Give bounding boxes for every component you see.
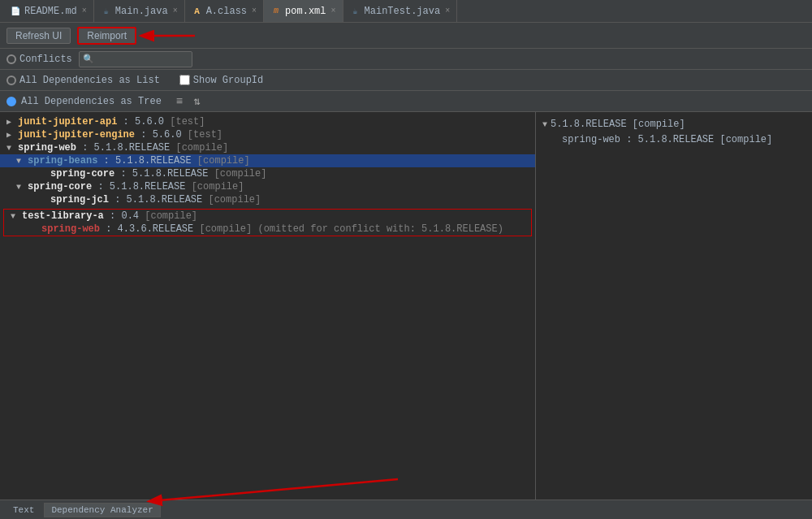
dep-name-spring-core-1: spring-core — [50, 168, 114, 179]
dep-scope-junit-jupiter-api: [test] — [170, 116, 205, 128]
dep-version-spring-web: : 5.1.8.RELEASE — [76, 142, 175, 154]
tree-item-spring-core-1[interactable]: spring-core : 5.1.8.RELEASE [compile] — [0, 167, 535, 180]
dep-version-spring-jcl: : 5.1.8.RELEASE — [109, 194, 208, 205]
xml-icon: m — [270, 6, 282, 17]
dep-name-spring-core-2: spring-core — [28, 181, 92, 192]
status-bar: Text Dependency Analyzer — [0, 500, 812, 519]
main-area: junit-jupiter-api : 5.6.0 [test] junit-j… — [0, 112, 812, 500]
search-input[interactable] — [97, 54, 188, 65]
status-tab-dependency-analyzer[interactable]: Dependency Analyzer — [44, 503, 160, 517]
expand-all-icon[interactable]: ⇅ — [191, 95, 204, 108]
dep-name-spring-web: spring-web — [18, 142, 76, 154]
dep-scope-spring-jcl: [compile] — [208, 194, 261, 205]
toggle-junit-jupiter-api[interactable] — [6, 117, 16, 127]
dep-version-spring-beans: : 5.1.8.RELEASE — [97, 155, 197, 167]
dep-name-spring-beans: spring-beans — [28, 155, 97, 167]
toggle-spring-core-2[interactable] — [16, 183, 26, 192]
tree-item-spring-jcl[interactable]: spring-jcl : 5.1.8.RELEASE [compile] — [0, 193, 535, 206]
tab-pom-xml[interactable]: m pom.xml × — [264, 0, 343, 22]
tab-readme-label: README.md — [24, 6, 77, 17]
toggle-spring-beans[interactable] — [16, 157, 26, 166]
java-icon-1: ☕ — [101, 6, 112, 17]
collapse-all-icon[interactable]: ≡ — [173, 95, 186, 108]
tree-item-spring-web[interactable]: spring-web : 5.1.8.RELEASE [compile] — [0, 141, 535, 154]
dep-name-junit-jupiter-api: junit-jupiter-api — [18, 116, 117, 128]
show-groupid-label[interactable]: Show GroupId — [179, 75, 263, 86]
tree-item-junit-jupiter-api[interactable]: junit-jupiter-api : 5.6.0 [test] — [0, 115, 535, 128]
toolbar: Refresh UI Reimport — [0, 23, 812, 49]
conflict-group-box: test-library-a : 0.4 [compile] spring-we… — [3, 209, 532, 236]
tab-pom-xml-label: pom.xml — [285, 6, 326, 17]
tab-main-java[interactable]: ☕ Main.java × — [94, 0, 185, 22]
toggle-test-library-a[interactable] — [11, 212, 20, 221]
all-deps-list-label[interactable]: All Dependencies as List — [6, 75, 160, 86]
right-pane-item[interactable]: spring-web : 5.1.8.RELEASE [compile] — [536, 133, 812, 146]
conflicts-text: Conflicts — [19, 54, 72, 65]
tree-item-spring-web-conflict[interactable]: spring-web : 4.3.6.RELEASE [compile] (om… — [4, 223, 531, 236]
show-groupid-checkbox[interactable] — [179, 75, 190, 85]
toggle-junit-jupiter-engine[interactable] — [6, 130, 16, 140]
search-box[interactable]: 🔍 — [79, 51, 192, 67]
all-deps-list-text: All Dependencies as List — [19, 75, 160, 86]
all-deps-tree-radio[interactable] — [6, 97, 16, 106]
options-row-tree: All Dependencies as Tree ≡ ⇅ — [0, 91, 812, 112]
dep-version-test-library-a: : 0.4 — [104, 210, 145, 222]
tab-readme-close[interactable]: × — [82, 6, 87, 15]
toggle-spring-web[interactable] — [6, 144, 16, 153]
dependency-detail-pane: ▼ 5.1.8.RELEASE [compile] spring-web : 5… — [536, 112, 812, 500]
tab-a-class-label: A.class — [206, 6, 247, 17]
tab-maintest-java-label: MainTest.java — [365, 6, 441, 17]
tab-a-class-close[interactable]: × — [252, 6, 257, 15]
tree-item-test-library-a[interactable]: test-library-a : 0.4 [compile] — [4, 210, 531, 223]
dependency-tree-pane[interactable]: junit-jupiter-api : 5.6.0 [test] junit-j… — [0, 112, 536, 500]
dep-scope-spring-core-2: [compile] — [192, 181, 244, 192]
dep-scope-junit-jupiter-engine: [test] — [188, 129, 222, 141]
options-row-list: All Dependencies as List Show GroupId — [0, 70, 812, 91]
dep-name-spring-web-conflict: spring-web — [41, 223, 100, 235]
right-pane-header: 5.1.8.RELEASE [compile] — [551, 119, 685, 130]
dep-scope-spring-web: [compile] — [175, 142, 228, 154]
tab-main-java-close[interactable]: × — [173, 6, 178, 15]
tab-pom-xml-close[interactable]: × — [331, 6, 336, 15]
dep-scope-spring-web-conflict: [compile] (omitted for conflict with: 5.… — [199, 223, 503, 235]
tree-item-junit-jupiter-engine[interactable]: junit-jupiter-engine : 5.6.0 [test] — [0, 128, 535, 141]
all-deps-tree-text: All Dependencies as Tree — [21, 96, 162, 107]
java-icon-2: ☕ — [350, 6, 361, 17]
readme-icon: 📄 — [10, 6, 21, 17]
dep-version-junit-jupiter-api: : 5.6.0 — [117, 116, 170, 128]
right-pane-item-text: spring-web : 5.1.8.RELEASE [compile] — [562, 134, 772, 145]
filter-row: Conflicts 🔍 — [0, 49, 812, 70]
show-groupid-text: Show GroupId — [193, 75, 263, 86]
conflicts-label[interactable]: Conflicts — [6, 54, 72, 65]
refresh-ui-button[interactable]: Refresh UI — [6, 28, 71, 44]
tab-readme[interactable]: 📄 README.md × — [3, 0, 94, 22]
dep-scope-test-library-a: [compile] — [145, 210, 197, 222]
dep-name-junit-jupiter-engine: junit-jupiter-engine — [18, 129, 135, 141]
class-icon: A — [192, 6, 203, 17]
tab-bar: 📄 README.md × ☕ Main.java × A A.class × … — [0, 0, 812, 23]
tab-a-class[interactable]: A A.class × — [185, 0, 264, 22]
dep-version-spring-web-conflict: : 4.3.6.RELEASE — [100, 223, 199, 235]
dep-name-spring-jcl: spring-jcl — [50, 194, 109, 205]
right-pane-toggle: ▼ — [542, 120, 547, 129]
dep-version-spring-core-2: : 5.1.8.RELEASE — [92, 181, 191, 192]
status-tab-text[interactable]: Text — [6, 504, 41, 517]
tab-maintest-java-close[interactable]: × — [445, 6, 450, 15]
dep-version-junit-jupiter-engine: : 5.6.0 — [135, 129, 188, 141]
tree-item-spring-core-2[interactable]: spring-core : 5.1.8.RELEASE [compile] — [0, 180, 535, 193]
search-icon: 🔍 — [83, 54, 94, 64]
dep-name-test-library-a: test-library-a — [22, 210, 104, 222]
tab-maintest-java[interactable]: ☕ MainTest.java × — [343, 0, 458, 22]
tab-main-java-label: Main.java — [115, 6, 168, 17]
dep-version-spring-core-1: : 5.1.8.RELEASE — [114, 168, 214, 179]
all-deps-list-radio[interactable] — [6, 76, 16, 85]
dep-scope-spring-core-1: [compile] — [214, 168, 267, 179]
tree-item-spring-beans[interactable]: spring-beans : 5.1.8.RELEASE [compile] — [0, 154, 535, 167]
reimport-button[interactable]: Reimport — [77, 27, 136, 45]
dep-scope-spring-beans: [compile] — [197, 155, 250, 167]
conflicts-radio[interactable] — [6, 54, 16, 64]
